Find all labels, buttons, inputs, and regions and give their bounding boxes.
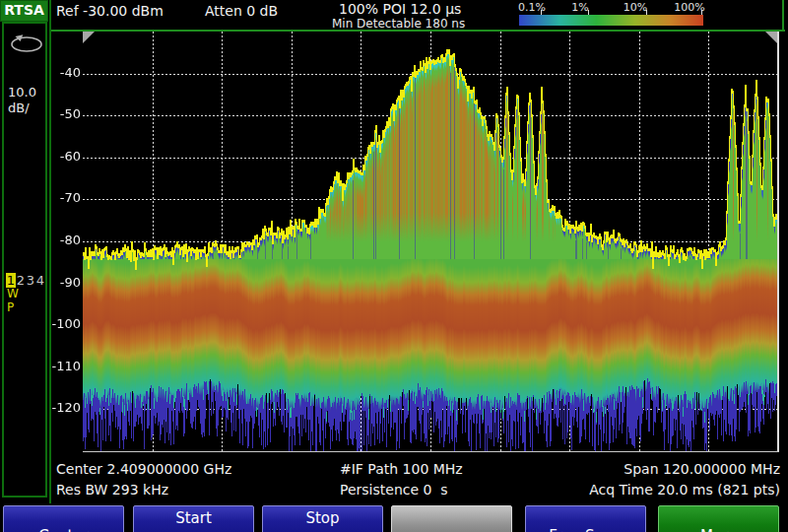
plot-bottom-border xyxy=(83,451,779,452)
trace-state-flags: WP xyxy=(7,287,19,314)
span-readout: Span 120.000000 MHz xyxy=(445,461,780,477)
density-legend-tick xyxy=(541,10,542,15)
softkey-label: Start xyxy=(134,506,253,527)
continuous-sweep-icon xyxy=(8,33,45,58)
screen-corner-marker-left xyxy=(83,32,95,43)
trace-2-button[interactable]: 2 xyxy=(16,273,26,288)
if-path-readout: #IF Path 100 MHz xyxy=(340,461,463,477)
plot-right-border xyxy=(777,32,779,451)
atten-readout: Atten 0 dB xyxy=(205,3,278,19)
softkey-freq-span[interactable]: Freq Span xyxy=(525,505,646,532)
softkey-more[interactable]: More xyxy=(658,505,779,532)
spectrum-display[interactable] xyxy=(83,32,778,451)
y-axis-label: -120 xyxy=(47,400,81,415)
density-legend-tick xyxy=(588,10,589,15)
density-colorbar xyxy=(519,15,703,26)
header-divider-cap xyxy=(782,0,784,32)
density-legend-tick xyxy=(646,10,647,15)
softkey-center[interactable]: Center xyxy=(3,505,124,532)
softkey-label: Stop xyxy=(263,506,382,527)
acq-time-readout: Acq Time 20.0 ms (821 pts) xyxy=(445,482,780,498)
trace-flag: W xyxy=(7,287,19,300)
y-axis-label: -90 xyxy=(47,275,81,290)
min-detectable-readout: Min Detectable 180 ns xyxy=(332,17,465,31)
density-legend-label: 100% xyxy=(668,1,711,14)
scale-unit: dB/ xyxy=(8,100,30,115)
mode-indicator[interactable]: RTSA xyxy=(0,0,48,22)
density-legend-label: 0.1% xyxy=(510,1,554,14)
y-axis-label: -70 xyxy=(47,190,81,205)
ref-level-readout: Ref -30.00 dBm xyxy=(56,3,164,19)
poi-readout: 100% POI 12.0 µs xyxy=(339,1,461,17)
persistence-readout: Persistence 0 s xyxy=(340,482,448,498)
trace-1-button[interactable]: 1 xyxy=(6,273,16,288)
y-axis-label: -110 xyxy=(47,359,81,373)
y-axis-label: -80 xyxy=(47,233,81,247)
density-legend-label: 10% xyxy=(614,1,657,14)
softkey-stop[interactable]: Stop xyxy=(262,505,383,532)
softkey-label: Freq Span xyxy=(526,506,645,532)
center-freq-readout: Center 2.409000000 GHz xyxy=(56,461,231,477)
y-axis-label: -40 xyxy=(47,65,81,80)
trace-4-button[interactable]: 4 xyxy=(35,273,45,288)
density-legend-label: 1% xyxy=(558,1,602,14)
trace-3-button[interactable]: 3 xyxy=(26,273,35,288)
screen-corner-marker-right xyxy=(765,32,777,43)
scale-value: 10.0 xyxy=(8,85,36,100)
y-axis-label: -60 xyxy=(47,149,81,164)
density-legend-tick xyxy=(701,10,702,15)
softkey-label xyxy=(392,506,511,509)
y-axis-label: -50 xyxy=(47,106,81,121)
trace-flag: P xyxy=(7,300,19,314)
y-axis-label: -100 xyxy=(47,316,81,331)
softkey-label: More xyxy=(659,506,778,532)
softkey-label: Center xyxy=(4,506,123,532)
res-bw-readout: Res BW 293 kHz xyxy=(56,482,168,498)
softkey-start[interactable]: Start xyxy=(133,505,254,532)
softkey-blank[interactable] xyxy=(391,505,512,532)
rtsa-screen: RTSA Ref -30.00 dBm Atten 0 dB 100% POI … xyxy=(0,0,788,532)
